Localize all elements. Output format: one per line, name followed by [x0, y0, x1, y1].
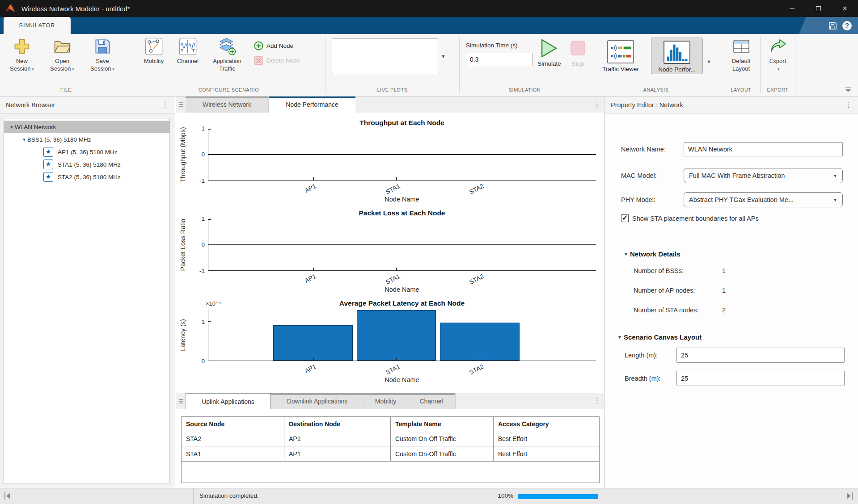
- add-node-button[interactable]: Add Node: [254, 41, 300, 50]
- network-browser-panel: Network Browser ⋮ ▾ WLAN Network ▾ BSS1 …: [0, 97, 175, 488]
- maximize-button[interactable]: [805, 0, 832, 17]
- tree-item-sta1[interactable]: ★ STA1 (5, 36) 5180 MHz: [4, 158, 169, 171]
- simulate-button[interactable]: Simulate: [533, 34, 566, 67]
- network-name-label: Network Name:: [621, 146, 684, 153]
- node-performance-button[interactable]: Node Perfor...: [651, 38, 703, 74]
- application-traffic-button[interactable]: Application Traffic: [205, 34, 249, 72]
- y-axis-label: Throughput (Mbps): [179, 127, 186, 182]
- simulation-time-input[interactable]: [466, 53, 533, 66]
- tab-uplink-applications[interactable]: Uplink Applications: [186, 393, 271, 409]
- applications-tabbar-menu-icon[interactable]: ⋮: [594, 397, 600, 405]
- simulate-icon: [540, 38, 559, 58]
- delete-node-icon: [254, 56, 263, 65]
- tree-item-wlan-network[interactable]: ▾ WLAN Network: [4, 121, 169, 133]
- network-browser-title: Network Browser: [6, 101, 55, 109]
- y-tick: 1: [201, 215, 205, 222]
- tab-wireless-network[interactable]: Wireless Network: [186, 97, 269, 113]
- channel-button[interactable]: Channel: [171, 34, 205, 65]
- mobility-button[interactable]: Mobility: [137, 34, 171, 65]
- collapse-left-panel-icon[interactable]: [4, 491, 12, 500]
- node-performance-label: Node Perfor...: [658, 66, 695, 73]
- packet-loss-chart: Packet Loss at Each Node Packet Loss Rat…: [176, 209, 604, 298]
- tree-item-sta2[interactable]: ★ STA2 (5, 36) 5180 MHz: [4, 171, 169, 183]
- collapse-toolstrip-icon[interactable]: [845, 86, 852, 92]
- network-name-input[interactable]: [684, 142, 843, 156]
- quick-access-bar: ?: [799, 17, 858, 34]
- uplink-applications-table: Source Node Destination Node Template Na…: [181, 416, 600, 483]
- application-traffic-icon: [218, 38, 236, 55]
- status-message: Simulation completed.: [199, 492, 259, 499]
- chart-title: Average Packet Latency at Each Node: [208, 299, 596, 309]
- ap-count-label: Number of AP nodes:: [634, 287, 695, 294]
- mac-model-select[interactable]: Full MAC With Frame Abstraction ▼: [684, 168, 843, 183]
- wireless-network-modeler-app: Wireless Network Modeler - untitled* ─ ✕…: [0, 0, 858, 504]
- latency-bar-sta1: [357, 310, 436, 361]
- chart-title: Packet Loss at Each Node: [208, 209, 596, 219]
- save-session-button[interactable]: Save Session▾: [82, 34, 123, 73]
- export-button[interactable]: Export ▾: [762, 34, 794, 73]
- titlebar: Wireless Network Modeler - untitled* ─ ✕: [0, 0, 858, 17]
- new-session-label: New: [16, 58, 28, 64]
- column-header: Destination Node: [284, 417, 391, 431]
- section-export: Export ▾ EXPORT: [761, 34, 795, 96]
- y-tick: -1: [199, 177, 205, 184]
- plot-area: ×10⁻³: [208, 309, 596, 361]
- tab-downlink-applications[interactable]: Downlink Applications: [271, 393, 364, 409]
- chevron-down-icon: ▾: [112, 67, 114, 71]
- section-collapse-icon: ▾: [623, 251, 629, 257]
- quick-save-icon[interactable]: [828, 21, 837, 30]
- tab-mobility[interactable]: Mobility: [364, 393, 407, 409]
- live-plots-dropdown[interactable]: ▼: [441, 54, 446, 59]
- plot-area: [208, 129, 596, 181]
- tab-node-performance[interactable]: Node Performance: [269, 97, 355, 113]
- plot-area: [208, 219, 596, 271]
- section-label-configure-scenario: CONFIGURE SCENARIO: [132, 85, 325, 96]
- open-session-label: Open: [55, 58, 69, 64]
- network-browser-menu-icon[interactable]: ⋮: [160, 101, 170, 109]
- tab-drag-handle-icon[interactable]: [176, 97, 186, 113]
- document-tabbar-menu-icon[interactable]: ⋮: [594, 100, 600, 108]
- channel-label: Channel: [177, 57, 199, 65]
- save-session-label: Save: [96, 58, 109, 64]
- scenario-canvas-section-header[interactable]: ▾ Scenario Canvas Layout: [617, 333, 702, 341]
- sta-boundaries-checkbox[interactable]: [621, 214, 629, 222]
- export-icon: [769, 38, 787, 55]
- section-label-analysis: ANALYSIS: [590, 85, 722, 96]
- traffic-viewer-button[interactable]: Traffic Viewer: [595, 38, 647, 73]
- stop-icon: [569, 38, 586, 58]
- section-file: New Session▾ Open Session▾: [0, 34, 132, 96]
- table-row[interactable]: STA1 AP1 Custom On-Off Traffic Best Effo…: [182, 446, 600, 462]
- analysis-gallery-dropdown[interactable]: ▼: [706, 59, 711, 64]
- tree-item-bss1[interactable]: ▾ BSS1 (5, 36) 5180 MHz: [4, 133, 169, 146]
- tab-drag-handle-icon[interactable]: [176, 393, 186, 409]
- default-layout-button[interactable]: Default Layout: [723, 34, 759, 72]
- phy-model-select[interactable]: Abstract PHY TGax Evaluation Me... ▼: [684, 192, 843, 207]
- tab-channel[interactable]: Channel: [407, 393, 456, 409]
- table-row[interactable]: STA2 AP1 Custom On-Off Traffic Best Effo…: [182, 431, 600, 446]
- property-editor-menu-icon[interactable]: ⋮: [843, 101, 854, 109]
- mobility-label: Mobility: [144, 57, 164, 65]
- x-tick-sta1: STA1: [385, 273, 402, 286]
- minimize-button[interactable]: ─: [779, 0, 805, 17]
- breadth-input[interactable]: [676, 371, 845, 386]
- network-details-section-header[interactable]: ▾ Network Details: [623, 250, 680, 258]
- stop-label: Stop: [571, 60, 584, 67]
- tab-simulator[interactable]: SIMULATOR: [4, 17, 71, 34]
- collapse-right-panel-icon[interactable]: [845, 491, 854, 500]
- phy-model-label: PHY Model:: [621, 196, 684, 203]
- tree-expand-icon[interactable]: ▾: [8, 124, 15, 130]
- zero-baseline: [208, 244, 596, 245]
- node-star-icon: ★: [43, 160, 53, 169]
- sta-count-label: Number of STA nodes:: [634, 307, 699, 314]
- live-plots-gallery[interactable]: [332, 38, 439, 74]
- new-session-button[interactable]: New Session▾: [2, 34, 42, 73]
- tree-expand-icon[interactable]: ▾: [21, 137, 27, 143]
- help-icon[interactable]: ?: [842, 21, 852, 30]
- close-button[interactable]: ✕: [832, 0, 858, 17]
- open-session-button[interactable]: Open Session▾: [42, 34, 82, 73]
- chevron-down-icon: ▾: [72, 67, 74, 71]
- length-input[interactable]: [676, 348, 845, 363]
- breadth-label: Breadth (m):: [625, 375, 676, 382]
- y-axis-multiplier: ×10⁻³: [206, 300, 220, 307]
- tree-item-ap1[interactable]: ★ AP1 (5, 36) 5180 MHz: [4, 146, 169, 158]
